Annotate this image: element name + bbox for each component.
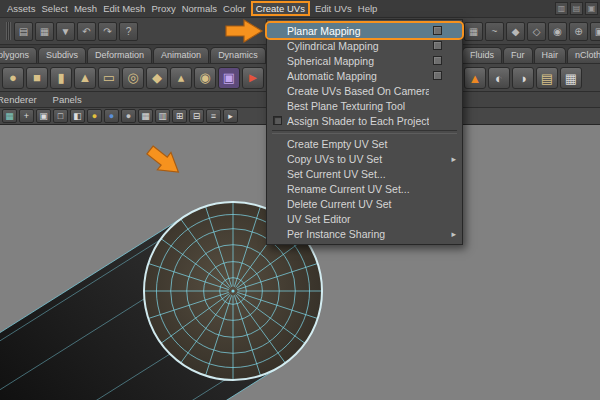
shading-icon[interactable]: ● [104, 109, 119, 123]
submenu-arrow-icon: ▸ [446, 154, 456, 164]
menu-item-set-current-uv-set[interactable]: Set Current UV Set... ▸ [267, 166, 462, 181]
create-uvs-menu: Planar Mapping ▸ Cylindrical Mapping ▸ S… [266, 19, 463, 245]
submenu-arrow-icon: ▸ [446, 229, 456, 239]
ramp-icon[interactable]: ▤ [536, 67, 558, 89]
menubar-item-create-uvs[interactable]: Create UVs [251, 1, 310, 16]
menu-option-label: UV Set Editor [287, 213, 429, 225]
xray-icon[interactable]: ▥ [155, 109, 170, 123]
shelf-toggle-icon[interactable]: ▤ [570, 2, 583, 15]
pipe-primitive-icon[interactable]: ◉ [194, 67, 216, 89]
field-chart-icon[interactable]: ⊟ [189, 109, 204, 123]
textured-icon[interactable]: ● [121, 109, 136, 123]
construction-history-icon[interactable]: ⊕ [569, 22, 588, 41]
shelf-tab[interactable]: Dynamics [210, 47, 266, 63]
sphere-primitive-icon[interactable]: ● [2, 67, 24, 89]
toolbar-grip[interactable] [6, 22, 11, 40]
isolate-icon[interactable]: ⊞ [172, 109, 187, 123]
menubar-item-help[interactable]: Help [355, 1, 381, 16]
shelf-tab[interactable]: nCloth [567, 47, 600, 63]
menubar-item-mesh[interactable]: Mesh [71, 1, 100, 16]
menu-item-uv-set-editor[interactable]: UV Set Editor ▸ [267, 211, 462, 226]
menubar-item-edit-uvs[interactable]: Edit UVs [312, 1, 355, 16]
option-box[interactable] [433, 56, 442, 65]
multi-view-icon[interactable]: ▸ [223, 109, 238, 123]
menu-option-label: Spherical Mapping [287, 55, 429, 67]
menu-option-label: Copy UVs to UV Set [287, 153, 429, 165]
camera-icon[interactable]: ▣ [36, 109, 51, 123]
redo-icon[interactable]: ↷ [98, 22, 117, 41]
menu-item-per-instance-sharing[interactable]: Per Instance Sharing ▸ [267, 226, 462, 241]
new-scene-icon[interactable]: ▤ [14, 22, 33, 41]
undo-icon[interactable]: ↶ [77, 22, 96, 41]
menubar-item-assets[interactable]: Assets [4, 1, 39, 16]
panel-menu-item[interactable]: Renderer [0, 93, 44, 106]
checker-sphere-icon[interactable]: ◐ [488, 67, 510, 89]
checker-texture-icon[interactable]: ▦ [560, 67, 582, 89]
menu-item-planar-mapping[interactable]: Planar Mapping ▸ [267, 23, 462, 38]
shelf-tab[interactable]: Hair [534, 47, 567, 63]
cube-primitive-icon[interactable]: ■ [26, 67, 48, 89]
film-gate-icon[interactable]: □ [53, 109, 68, 123]
option-box[interactable] [433, 71, 442, 80]
lighting-icon[interactable]: ● [87, 109, 102, 123]
snap-curve-icon[interactable]: ~ [485, 22, 504, 41]
cone-shelf-icon[interactable]: ▲ [464, 67, 486, 89]
plane-primitive-icon[interactable]: ▭ [98, 67, 120, 89]
cone-primitive-icon[interactable]: ▲ [74, 67, 96, 89]
checker-sphere-alt-icon[interactable]: ◑ [512, 67, 534, 89]
workspace-icon[interactable]: ▥ [555, 2, 568, 15]
menubar-item-normals[interactable]: Normals [179, 1, 220, 16]
menu-item-automatic-mapping[interactable]: Automatic Mapping ▸ [267, 68, 462, 83]
snap-point-icon[interactable]: ◆ [506, 22, 525, 41]
menu-item-rename-current-uv-set[interactable]: Rename Current UV Set... ▸ [267, 181, 462, 196]
panel-menu-item[interactable]: Panels [46, 93, 89, 106]
wireframe-icon[interactable]: ▦ [138, 109, 153, 123]
menu-separator[interactable]: ▸ [272, 130, 457, 134]
texture-cube-icon[interactable]: ▣ [218, 67, 240, 89]
menu-item-assign-shader-to-each-projection[interactable]: Assign Shader to Each Projection ▸ [267, 113, 462, 128]
option-box[interactable] [433, 41, 442, 50]
shelf-tab[interactable]: Animation [153, 47, 209, 63]
help-icon[interactable]: ? [119, 22, 138, 41]
prism-primitive-icon[interactable]: ◆ [146, 67, 168, 89]
menubar-item-edit-mesh[interactable]: Edit Mesh [100, 1, 148, 16]
torus-primitive-icon[interactable]: ◎ [122, 67, 144, 89]
menu-option-label: Cylindrical Mapping [287, 40, 429, 52]
select-tool-icon[interactable]: ► [242, 67, 264, 89]
gate-mask-icon[interactable]: ◧ [70, 109, 85, 123]
menu-option-label: Best Plane Texturing Tool [287, 100, 429, 112]
render-frame-icon[interactable]: ▣ [590, 22, 600, 41]
menu-option-label: Automatic Mapping [287, 70, 429, 82]
menu-option-label: Rename Current UV Set... [287, 183, 429, 195]
menubar-item-select[interactable]: Select [39, 1, 71, 16]
open-scene-icon[interactable]: ▦ [35, 22, 54, 41]
menubar-item-color[interactable]: Color [220, 1, 249, 16]
cylinder-primitive-icon[interactable]: ▮ [50, 67, 72, 89]
shelf-tab[interactable]: Deformation [87, 47, 152, 63]
resolution-icon[interactable]: ≡ [206, 109, 221, 123]
shelf-tab[interactable]: Fluids [462, 47, 502, 63]
menu-option-label: Assign Shader to Each Projection [287, 115, 429, 127]
menu-item-delete-current-uv-set[interactable]: Delete Current UV Set ▸ [267, 196, 462, 211]
menubar-item-proxy[interactable]: Proxy [148, 1, 178, 16]
menu-item-cylindrical-mapping[interactable]: Cylindrical Mapping ▸ [267, 38, 462, 53]
menu-item-best-plane-texturing-tool[interactable]: Best Plane Texturing Tool ▸ [267, 98, 462, 113]
layout-icon[interactable]: ▣ [585, 2, 598, 15]
make-live-icon[interactable]: ◉ [548, 22, 567, 41]
menu-item-create-uvs-based-on-camera[interactable]: Create UVs Based On Camera ▸ [267, 83, 462, 98]
save-scene-icon[interactable]: ▼ [56, 22, 75, 41]
option-box[interactable] [433, 26, 442, 35]
shelf-tab[interactable]: Polygons [0, 47, 37, 63]
menu-item-spherical-mapping[interactable]: Spherical Mapping ▸ [267, 53, 462, 68]
menu-option-label: Planar Mapping [287, 25, 429, 37]
checkbox[interactable] [273, 116, 282, 125]
menu-item-copy-uvs-to-uv-set[interactable]: Copy UVs to UV Set ▸ [267, 151, 462, 166]
snap-grid-icon[interactable]: ▦ [464, 22, 483, 41]
snap-plane-icon[interactable]: ◇ [527, 22, 546, 41]
shelf-tab[interactable]: Fur [503, 47, 533, 63]
menu-item-create-empty-uv-set[interactable]: Create Empty UV Set ▸ [267, 136, 462, 151]
grid-toggle-icon[interactable]: ▦ [2, 109, 17, 123]
axis-icon[interactable]: + [19, 109, 34, 123]
shelf-tab[interactable]: Subdivs [38, 47, 86, 63]
pyramid-primitive-icon[interactable]: ▴ [170, 67, 192, 89]
